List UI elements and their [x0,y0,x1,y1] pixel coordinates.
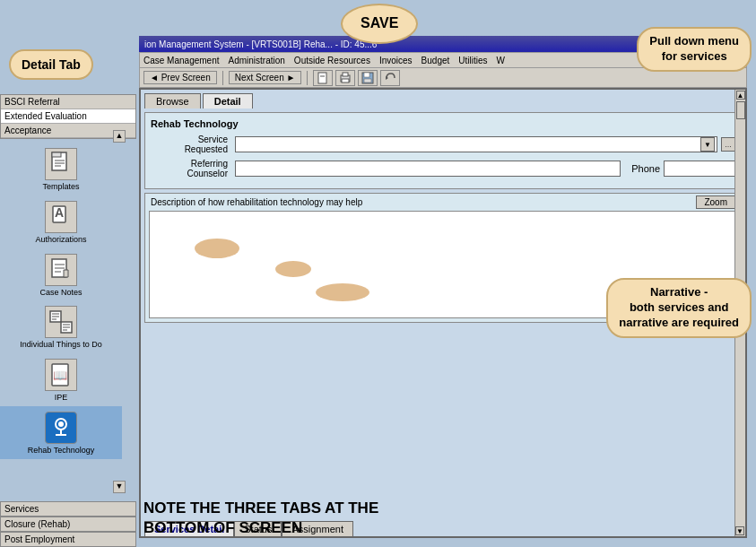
rehab-technology-icon [45,412,77,444]
form-area: Rehab Technology ServiceRequested ▼ … Re… [144,112,742,189]
toolbar-divider2 [307,71,308,85]
sidebar-item-post-employment[interactable]: Post Employment [0,532,136,547]
svg-rect-1 [52,152,61,157]
toolbar-save-btn[interactable] [358,70,378,86]
svg-rect-26 [318,73,326,83]
toolbar-undo-btn[interactable] [380,70,400,86]
prev-screen-btn[interactable]: ◄ Prev Screen [143,71,217,84]
narrative-callout: Narrative -both services andnarrative ar… [606,278,752,338]
service-requested-label: ServiceRequested [151,135,231,154]
tab-browse[interactable]: Browse [144,93,201,109]
sidebar-bottom: Services Closure (Rehab) Post Employment [0,501,136,547]
svg-rect-32 [364,73,369,77]
referring-counselor-row: ReferringCounselor Phone [151,159,735,178]
toolbar-print-btn[interactable] [335,70,355,86]
case-notes-label: Case Notes [39,288,82,298]
menu-outside-resources[interactable]: Outside Resources [294,56,370,65]
phone-row: Phone [631,161,735,177]
individual-things-icon [45,306,77,338]
case-notes-icon [45,254,77,286]
svg-rect-33 [364,79,371,82]
svg-point-25 [58,421,64,427]
ipe-icon: 📖 [45,359,77,391]
scroll-up-btn[interactable]: ▲ [736,91,745,100]
sidebar-item-rehab-technology[interactable]: Rehab Technology [0,406,122,459]
svg-marker-11 [64,270,68,277]
menu-administration[interactable]: Administration [229,56,285,65]
scroll-down-btn[interactable]: ▼ [735,526,744,535]
authorizations-icon: A [45,201,77,233]
sidebar-scroll-up[interactable]: ▲ [113,130,126,143]
authorizations-label: Authorizations [35,235,86,245]
sidebar-item-case-notes[interactable]: Case Notes [0,248,122,301]
referring-counselor-input[interactable] [235,161,621,177]
service-requested-dropdown[interactable]: ▼ [235,136,717,152]
description-header: Description of how rehabilitation techno… [145,194,741,211]
oval-3 [316,283,369,301]
oval-2 [275,261,311,277]
scroll-thumb[interactable] [736,101,745,119]
pulldown-menu-callout: Pull down menufor services [637,27,752,72]
next-screen-btn[interactable]: Next Screen ► [229,71,302,84]
dropdown-arrow-icon[interactable]: ▼ [700,137,715,152]
sidebar-item-closure[interactable]: Closure (Rehab) [0,517,136,532]
toolbar-new-btn[interactable] [313,70,333,86]
sidebar-item-individual-things[interactable]: Individual Things to Do [0,300,122,353]
sidebar-item-authorizations[interactable]: A Authorizations [0,195,122,248]
referring-counselor-label: ReferringCounselor [151,159,231,178]
sidebar: BSCI Referral Extended Evaluation Accept… [0,36,136,547]
menu-case-management[interactable]: Case Management [143,56,220,65]
menu-budget[interactable]: Budget [421,56,450,65]
sidebar-item-extended-evaluation[interactable]: Extended Evaluation [1,109,135,124]
toolbar-divider [222,71,223,85]
description-title: Description of how rehabilitation techno… [151,197,362,207]
detail-tab-callout: Detail Tab [9,49,93,80]
menu-utilities[interactable]: Utilities [458,56,487,65]
service-requested-row: ServiceRequested ▼ … [151,135,735,154]
top-tab-row: Browse Detail [141,90,745,109]
sidebar-item-bsci-referral[interactable]: BSCI Referral [1,95,135,109]
phone-input[interactable] [664,161,735,177]
service-requested-extra-btn[interactable]: … [721,137,735,152]
sidebar-item-templates[interactable]: Templates [0,143,122,195]
svg-rect-29 [343,73,348,76]
sidebar-item-services[interactable]: Services [0,501,136,517]
templates-icon [45,148,77,180]
sidebar-item-ipe[interactable]: 📖 IPE [0,353,122,406]
ipe-label: IPE [55,393,68,403]
menu-w[interactable]: W [497,56,505,65]
save-callout: SAVE [341,4,418,44]
svg-text:📖: 📖 [53,368,68,383]
bottom-note: NOTE THE THREE TABS AT THEBOTTOM OF SCRE… [143,499,577,538]
svg-rect-30 [342,79,349,82]
templates-label: Templates [42,182,79,192]
svg-text:A: A [55,205,64,220]
sidebar-icons-area: ▲ Templates A [0,130,126,493]
form-section-title: Rehab Technology [151,118,735,129]
toolbar-icons [313,70,400,86]
rehab-technology-label: Rehab Technology [28,446,94,456]
zoom-button[interactable]: Zoom [696,195,735,209]
phone-label: Phone [631,163,660,174]
individual-things-label: Individual Things to Do [20,340,101,350]
menu-invoices[interactable]: Invoices [379,56,413,65]
oval-1 [195,239,239,258]
tab-detail[interactable]: Detail [203,93,253,109]
sidebar-scroll-down[interactable]: ▼ [113,481,126,493]
